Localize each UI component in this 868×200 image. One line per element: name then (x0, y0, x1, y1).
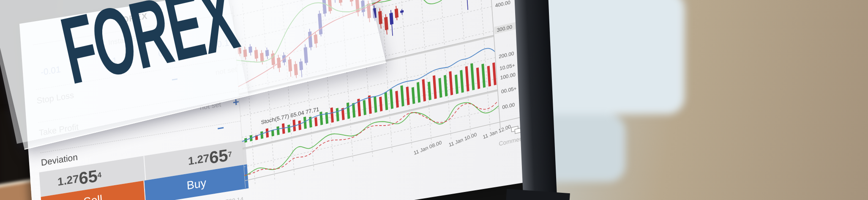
office-background (524, 0, 868, 200)
deviation-minus-button[interactable]: − (217, 121, 224, 135)
price-axis-label: 100.00 (500, 71, 516, 81)
price-axis-label: 00.05+ (501, 85, 516, 95)
deviation-label: Deviation (41, 152, 78, 168)
photo-stage: FOREX Instant Exection -0.01 -0.1 0.2 +0… (0, 0, 868, 200)
price-axis-label: 10.05+ (500, 62, 515, 71)
price-axis-label: 200.00 (499, 50, 514, 60)
time-axis-label: 11 Jan 08.00 (413, 140, 442, 156)
time-axis-label: 11 Jan 12.00 (482, 123, 511, 140)
price-level-label: 700.14 (225, 195, 244, 200)
time-axis-label: 11 Jan 10.00 (448, 132, 477, 148)
price-axis-label: 00.00 (502, 101, 515, 110)
price-axis-label: 400.00 (495, 0, 510, 9)
